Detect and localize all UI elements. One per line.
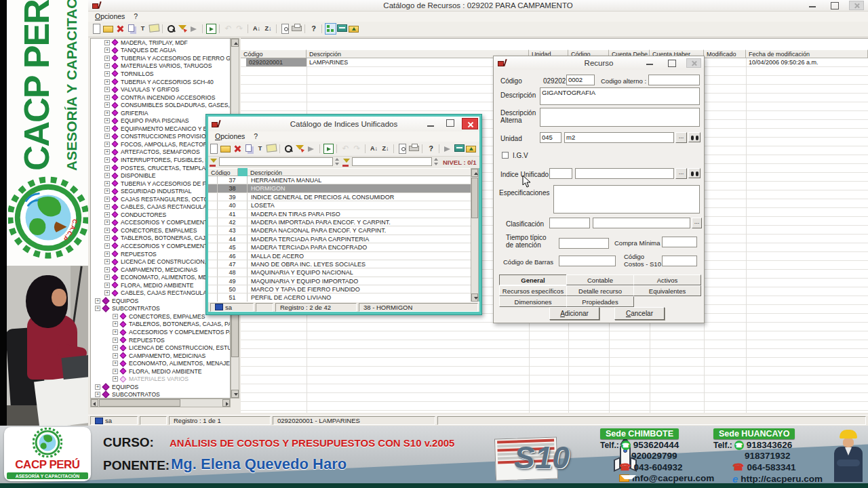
scroll-up-button[interactable] xyxy=(471,169,478,177)
indice-search-button[interactable] xyxy=(688,168,701,178)
tree-item[interactable]: SUBCONTRATOS xyxy=(91,391,230,399)
row-selector-cell[interactable] xyxy=(208,176,218,184)
expand-icon[interactable] xyxy=(104,220,110,225)
expand-icon[interactable] xyxy=(104,267,110,272)
expand-icon[interactable] xyxy=(113,329,118,335)
descripcion-cell[interactable]: MADERA TERCIADA PARA ENCOFRADO xyxy=(248,243,473,251)
expand-icon[interactable] xyxy=(104,110,110,116)
expand-icon[interactable] xyxy=(104,274,110,280)
export-icon[interactable] xyxy=(323,144,334,154)
codigo-cell[interactable]: 44 xyxy=(218,235,248,243)
row-selector-cell[interactable] xyxy=(208,293,218,301)
indices-row[interactable]: 48MAQUINARIA Y EQUIPO NACIONAL xyxy=(208,268,473,277)
open-icon[interactable] xyxy=(103,26,113,33)
filter-lightning-icon[interactable] xyxy=(342,158,351,167)
print-icon[interactable] xyxy=(292,26,302,31)
filter-icon[interactable] xyxy=(210,158,218,167)
copy-icon[interactable] xyxy=(128,24,134,32)
expand-icon[interactable] xyxy=(104,40,110,45)
tree-item[interactable]: TORNILLOS xyxy=(91,70,230,78)
codigo-cell[interactable]: 38 xyxy=(218,184,248,192)
expand-icon[interactable] xyxy=(95,298,100,304)
descripcion-cell[interactable]: MADERA TERCIADA PARA CARPINTERIA xyxy=(248,235,473,243)
column-header[interactable]: Código xyxy=(208,168,238,176)
expand-icon[interactable] xyxy=(104,283,110,288)
expand-icon[interactable] xyxy=(104,259,110,264)
minimize-button[interactable] xyxy=(643,58,658,68)
descripcion-cell[interactable]: PERFIL DE ACERO LIVIANO xyxy=(248,293,473,301)
delete-icon[interactable] xyxy=(232,144,242,154)
column-header[interactable]: Fecha de modificación xyxy=(746,49,868,58)
codigo-cell[interactable]: 43 xyxy=(218,226,248,234)
help-icon[interactable] xyxy=(426,144,436,154)
grid-icon[interactable] xyxy=(337,24,347,32)
codigo-alterno-input[interactable] xyxy=(648,75,700,85)
new-icon[interactable] xyxy=(93,24,100,34)
expand-icon[interactable] xyxy=(95,392,100,397)
codigo-cell[interactable]: 49 xyxy=(218,277,248,285)
column-header[interactable]: Descripción xyxy=(248,168,473,176)
tab-recursos-espec-ficos[interactable]: Recursos específicos xyxy=(499,285,567,296)
indices-row[interactable]: 40LOSETA xyxy=(208,201,473,209)
indices-row[interactable]: 44MADERA TERCIADA PARA CARPINTERIA xyxy=(208,235,473,243)
codigo-cell[interactable]: 46 xyxy=(218,252,248,260)
indices-row[interactable]: 43MADERA NACIONAL PARA ENCOF. Y CARPINT. xyxy=(208,226,473,235)
expand-icon[interactable] xyxy=(113,321,118,327)
close-button[interactable] xyxy=(462,118,478,129)
tree-icon[interactable] xyxy=(326,24,336,34)
tab-contable[interactable]: Contable xyxy=(566,274,634,285)
undo-icon[interactable] xyxy=(223,24,233,34)
send-icon[interactable] xyxy=(189,24,199,34)
codigo-cell[interactable]: 47 xyxy=(218,260,248,268)
expand-icon[interactable] xyxy=(104,87,110,92)
codigo-cell[interactable]: 39 xyxy=(218,193,248,201)
indice-input[interactable] xyxy=(575,168,674,179)
unidad-input[interactable]: m2 xyxy=(564,132,674,143)
tree-item[interactable]: REPUESTOS xyxy=(91,336,230,344)
cancelar-button[interactable]: Cancelar xyxy=(614,307,665,320)
indices-filter-input-1[interactable] xyxy=(219,157,333,166)
row-selector-cell[interactable] xyxy=(208,285,218,293)
expand-icon[interactable] xyxy=(113,369,118,374)
expand-icon[interactable] xyxy=(104,181,110,186)
codigo-cell[interactable]: 40 xyxy=(218,201,248,209)
filter-icon[interactable] xyxy=(295,144,305,154)
indices-row[interactable]: 49MAQUINARIA Y EQUIPO IMPORTADO xyxy=(208,277,473,285)
copy-icon[interactable] xyxy=(245,144,252,152)
indices-row[interactable]: 39INDICE GENERAL DE PRECIOS AL CONSUMIDO… xyxy=(208,193,473,201)
redo-icon[interactable] xyxy=(235,24,245,34)
indices-row[interactable]: 42MADERA IMPORTADA PARA ENCOF. Y CARPINT… xyxy=(208,218,473,226)
unidad-browse-button[interactable]: ... xyxy=(675,132,687,143)
expand-icon[interactable] xyxy=(95,306,100,311)
expand-icon[interactable] xyxy=(104,56,110,61)
text-icon[interactable] xyxy=(138,24,148,34)
scroll-left-button[interactable] xyxy=(91,399,98,407)
compra-minima-input[interactable] xyxy=(662,237,697,247)
descripcion-cell[interactable]: MADERA NACIONAL PARA ENCOF. Y CARPINT. xyxy=(248,226,473,234)
expand-icon[interactable] xyxy=(104,188,110,194)
unidad-code-input[interactable]: 045 xyxy=(540,132,561,143)
tree-item[interactable]: TANQUES DE AGUA xyxy=(91,47,230,55)
indice-code-input[interactable] xyxy=(549,168,572,179)
tree-item[interactable]: CONSUMIBLES SOLDADURAS, GASES, E xyxy=(91,101,230,109)
close-button[interactable] xyxy=(849,1,864,10)
igv-checkbox[interactable] xyxy=(502,152,509,159)
row-selector-cell[interactable] xyxy=(208,226,218,234)
menu-opciones[interactable]: Opciones xyxy=(215,132,245,140)
expand-icon[interactable] xyxy=(104,173,110,178)
minimize-button[interactable] xyxy=(424,118,440,129)
minimize-button[interactable] xyxy=(806,1,821,10)
column-header[interactable]: Código xyxy=(241,49,307,58)
send-icon[interactable] xyxy=(443,144,453,154)
row-selector-cell[interactable] xyxy=(208,252,218,260)
row-selector-cell[interactable] xyxy=(208,260,218,268)
descripcion-cell[interactable]: MANO DE OBRA INC. LEYES SOCIALES xyxy=(248,260,473,268)
tab-dimensiones[interactable]: Dimensiones xyxy=(499,296,567,307)
indices-row[interactable]: 41MADERA EN TIRAS PARA PISO xyxy=(208,210,473,218)
recurso-titlebar[interactable]: Recurso xyxy=(494,56,704,70)
expand-icon[interactable] xyxy=(95,384,100,390)
expand-icon[interactable] xyxy=(104,47,110,53)
indices-row[interactable]: 45MADERA TERCIADA PARA ENCOFRADO xyxy=(208,243,473,251)
grid-icon[interactable] xyxy=(454,144,465,152)
clasificacion-input[interactable] xyxy=(593,218,690,228)
